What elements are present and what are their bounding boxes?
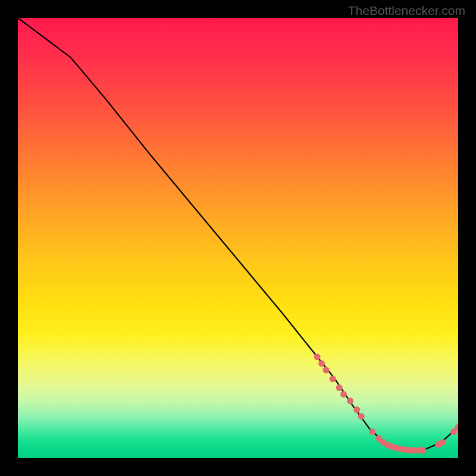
chart-marker bbox=[336, 384, 343, 391]
chart-marker bbox=[353, 406, 360, 413]
chart-overlay-svg bbox=[18, 18, 458, 458]
chart-marker bbox=[419, 447, 426, 453]
chart-marker bbox=[347, 397, 353, 404]
watermark-text: TheBottlenecker.com bbox=[348, 4, 465, 18]
chart-marker bbox=[318, 360, 325, 367]
chart-marker bbox=[340, 391, 347, 397]
chart-marker bbox=[323, 367, 330, 374]
chart-marker bbox=[314, 353, 321, 360]
chart-marker bbox=[358, 413, 365, 419]
chart-plot-area bbox=[18, 18, 458, 458]
chart-marker bbox=[369, 428, 375, 435]
chart-marker bbox=[330, 375, 336, 382]
chart-curve bbox=[18, 18, 458, 450]
chart-marker bbox=[440, 439, 446, 446]
chart-markers bbox=[314, 353, 458, 453]
